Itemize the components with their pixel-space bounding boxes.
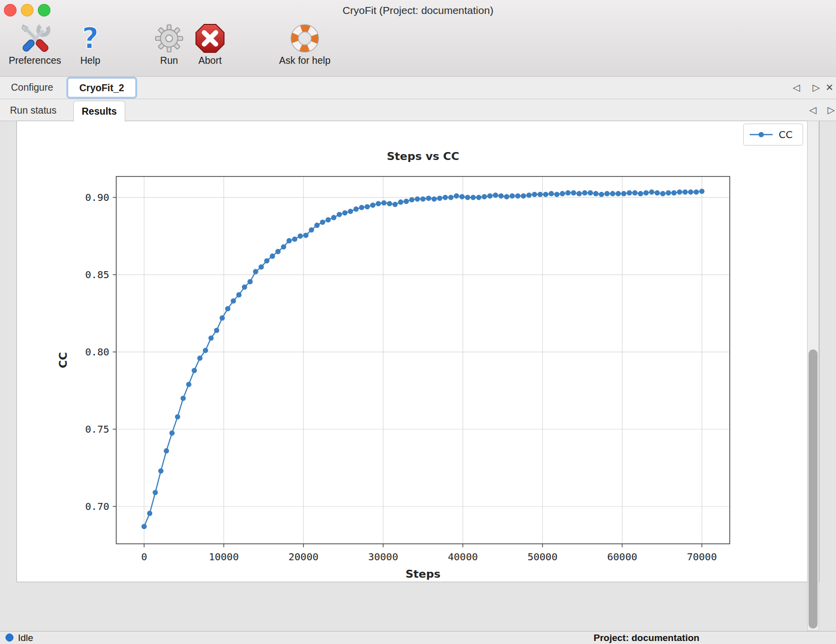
x-tick-label: 0 xyxy=(141,551,147,563)
data-point xyxy=(286,238,292,244)
chart-title: Steps vs CC xyxy=(387,150,459,162)
data-point xyxy=(431,196,437,202)
data-point xyxy=(381,200,387,206)
y-tick-label: 0.90 xyxy=(85,191,109,203)
data-point xyxy=(342,210,348,216)
data-point xyxy=(510,193,515,199)
data-point xyxy=(142,524,147,529)
data-point xyxy=(214,327,219,333)
data-point xyxy=(326,217,331,223)
data-point xyxy=(236,292,242,298)
data-point xyxy=(309,227,314,233)
data-point xyxy=(164,448,169,454)
x-axis-label: Steps xyxy=(406,568,440,580)
x-tick-label: 20000 xyxy=(288,551,318,563)
data-point xyxy=(649,189,654,195)
app-window: CryoFit (Project: documentation) Prefere… xyxy=(0,0,836,644)
scrollbar-thumb[interactable] xyxy=(809,349,818,629)
data-point xyxy=(354,206,359,212)
data-point xyxy=(337,212,342,217)
data-point xyxy=(532,192,537,197)
data-point xyxy=(543,192,549,197)
data-point xyxy=(192,368,197,373)
data-point xyxy=(654,190,660,196)
data-point xyxy=(409,197,415,203)
tab-configure[interactable]: Configure xyxy=(11,82,53,93)
ask-for-help-button[interactable]: Ask for help xyxy=(262,22,347,66)
data-point xyxy=(270,254,275,259)
status-label: Idle xyxy=(18,633,33,644)
data-point xyxy=(242,285,247,290)
window-header: CryoFit (Project: documentation) Prefere… xyxy=(0,0,836,77)
subtab-nav-forward-icon[interactable]: ▷ xyxy=(828,104,835,116)
data-point xyxy=(426,195,431,201)
data-point xyxy=(694,189,699,195)
tab-close-icon[interactable]: ✕ xyxy=(826,82,834,93)
chart-legend: CC xyxy=(743,124,803,146)
results-chart: 0100002000030000400005000060000700000.90… xyxy=(17,121,807,582)
vertical-scrollbar[interactable] xyxy=(807,121,819,631)
data-point xyxy=(303,233,309,238)
data-point xyxy=(331,215,337,220)
data-point xyxy=(281,244,286,250)
results-panel: 0100002000030000400005000060000700000.90… xyxy=(16,121,820,582)
tab-run-status[interactable]: Run status xyxy=(10,105,56,116)
status-project-label: Project: documentation xyxy=(594,633,699,644)
data-point xyxy=(404,199,409,204)
data-point xyxy=(387,201,393,206)
data-point xyxy=(565,190,571,196)
tab-nav-back-icon[interactable]: ◁ xyxy=(793,82,800,93)
x-tick-label: 30000 xyxy=(368,551,398,563)
data-point xyxy=(616,191,621,196)
data-point xyxy=(225,306,230,312)
data-point xyxy=(638,191,643,196)
data-point xyxy=(699,189,705,194)
data-point xyxy=(181,396,186,401)
svg-text:?: ? xyxy=(82,22,99,54)
legend-entry-label: CC xyxy=(779,129,793,141)
data-point xyxy=(677,189,682,195)
data-point xyxy=(448,195,454,200)
data-point xyxy=(682,189,688,195)
data-point xyxy=(170,431,175,436)
data-point xyxy=(554,192,560,197)
data-point xyxy=(660,191,666,196)
data-point xyxy=(498,193,504,199)
data-point xyxy=(671,190,677,196)
data-point xyxy=(504,194,509,199)
data-point xyxy=(253,269,258,275)
status-bar: Idle Project: documentation xyxy=(0,631,836,644)
x-tick-label: 50000 xyxy=(527,551,557,563)
data-point xyxy=(521,193,526,199)
tab-nav-forward-icon[interactable]: ▷ xyxy=(813,82,820,93)
data-point xyxy=(476,195,482,200)
y-tick-label: 0.75 xyxy=(85,423,109,435)
data-point xyxy=(487,193,493,199)
data-point xyxy=(359,205,365,210)
data-point xyxy=(605,191,610,196)
status-indicator-icon xyxy=(5,634,13,642)
data-point xyxy=(247,279,253,285)
y-tick-label: 0.80 xyxy=(85,346,109,358)
data-point xyxy=(621,191,627,196)
legend-marker-icon xyxy=(750,131,773,138)
abort-button[interactable]: Abort xyxy=(173,22,247,66)
data-point xyxy=(175,414,181,420)
data-point xyxy=(275,249,281,254)
data-point xyxy=(493,192,498,198)
subtab-nav-back-icon[interactable]: ◁ xyxy=(809,104,817,116)
y-axis-label: CC xyxy=(57,352,69,368)
data-point xyxy=(549,191,554,196)
data-point xyxy=(298,233,303,239)
data-point xyxy=(158,468,164,474)
data-point xyxy=(314,223,320,228)
data-point xyxy=(258,264,264,270)
help-button[interactable]: ? Help xyxy=(53,22,128,66)
x-tick-label: 60000 xyxy=(607,551,637,563)
tab-results[interactable]: Results xyxy=(73,101,125,122)
tab-cryofit-2[interactable]: CryoFit_2 xyxy=(68,78,136,97)
y-tick-label: 0.85 xyxy=(85,269,109,281)
sub-tab-bar: Run status Results ◁ ▷ xyxy=(0,99,836,121)
data-point xyxy=(515,193,521,199)
data-point xyxy=(209,335,214,341)
